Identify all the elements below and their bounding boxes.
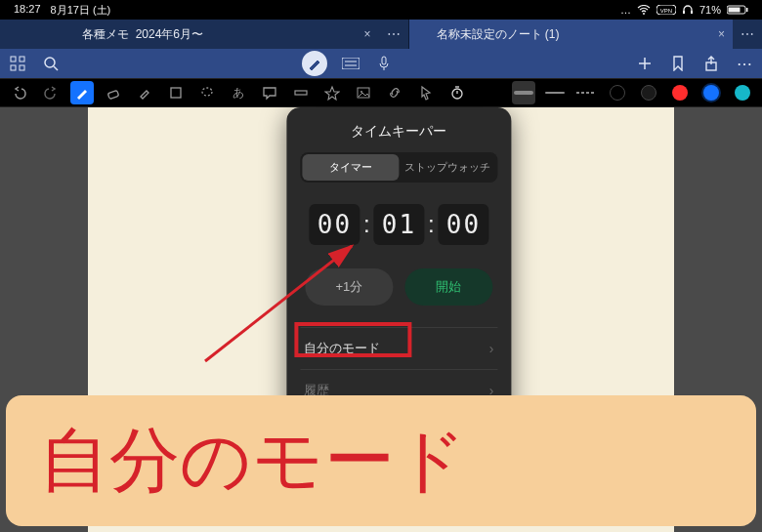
shape-tool-icon[interactable] xyxy=(164,81,188,104)
more-icon[interactable]: ⋯ xyxy=(735,54,754,73)
status-date: 8月17日 (土) xyxy=(51,3,111,18)
app-toolbar: ⋯ xyxy=(0,49,762,78)
highlighter-tool-icon[interactable] xyxy=(133,81,156,104)
svg-rect-4 xyxy=(691,11,693,14)
tab-title: 各種メモ 2024年6月〜 xyxy=(82,26,203,43)
battery-icon xyxy=(727,5,748,15)
start-button[interactable]: 開始 xyxy=(404,268,492,306)
svg-rect-6 xyxy=(729,8,741,13)
plus-one-minute-button[interactable]: +1分 xyxy=(305,268,393,306)
lasso-tool-icon[interactable] xyxy=(195,81,219,104)
time-minutes[interactable]: 01 xyxy=(374,204,424,245)
image-tool-icon[interactable] xyxy=(352,81,375,104)
svg-rect-9 xyxy=(20,57,24,61)
svg-rect-8 xyxy=(11,57,16,61)
svg-rect-25 xyxy=(295,91,307,95)
bookmark-icon[interactable] xyxy=(668,54,688,73)
timer-mode-segment: タイマー ストップウォッチ xyxy=(300,152,497,183)
pointer-tool-icon[interactable] xyxy=(414,81,438,104)
tab-overflow-left[interactable]: ⋯ xyxy=(379,20,408,49)
link-tool-icon[interactable] xyxy=(383,81,406,104)
time-hours[interactable]: 00 xyxy=(310,204,360,245)
battery-pct: 71% xyxy=(699,4,721,16)
timer-tool-icon[interactable] xyxy=(445,81,469,104)
svg-point-12 xyxy=(45,58,55,67)
wifi-icon xyxy=(637,5,651,15)
canvas-area: タイムキーパー タイマー ストップウォッチ 00 : 01 : 00 +1分 開… xyxy=(0,107,762,532)
stroke-thin[interactable] xyxy=(543,81,567,104)
svg-rect-7 xyxy=(746,8,748,12)
svg-rect-22 xyxy=(171,88,181,98)
tab-overflow-right[interactable]: ⋯ xyxy=(733,20,762,49)
svg-text:あ: あ xyxy=(233,86,244,100)
share-icon[interactable] xyxy=(701,54,721,73)
comment-tool-icon[interactable] xyxy=(258,81,281,104)
svg-rect-10 xyxy=(11,65,16,70)
grid-icon[interactable] xyxy=(8,54,27,73)
segment-timer[interactable]: タイマー xyxy=(302,154,399,181)
stroke-dashed[interactable] xyxy=(574,81,598,104)
svg-point-23 xyxy=(202,88,212,96)
pen-tool-icon[interactable] xyxy=(70,81,94,104)
svg-rect-21 xyxy=(107,90,118,99)
document-tab-right[interactable]: 名称未設定のノート (1) × xyxy=(409,20,734,49)
document-tab-left[interactable]: 各種メモ 2024年6月〜 × xyxy=(55,20,379,49)
chevron-right-icon: › xyxy=(489,341,494,356)
my-mode-label: 自分のモード xyxy=(304,340,380,357)
color-red[interactable] xyxy=(668,81,692,104)
my-mode-row[interactable]: 自分のモード › xyxy=(300,328,497,370)
close-icon[interactable]: × xyxy=(718,27,725,41)
eraser-tool-icon[interactable] xyxy=(102,81,125,104)
stroke-thick[interactable] xyxy=(512,81,535,104)
search-icon[interactable] xyxy=(41,54,61,73)
document-tabs: 各種メモ 2024年6月〜 × ⋯ 名称未設定のノート (1) × ⋯ xyxy=(0,20,762,49)
color-cyan[interactable] xyxy=(731,81,754,104)
undo-icon[interactable] xyxy=(8,81,31,104)
colon: : xyxy=(428,211,435,238)
colon: : xyxy=(363,211,370,238)
svg-text:VPN: VPN xyxy=(660,8,672,14)
status-time: 18:27 xyxy=(14,3,41,18)
vpn-icon: VPN xyxy=(656,5,676,15)
svg-rect-17 xyxy=(382,57,386,64)
color-blue[interactable] xyxy=(699,81,723,104)
favorites-tool-icon[interactable] xyxy=(320,81,344,104)
home-tab-button[interactable] xyxy=(0,20,55,49)
svg-point-0 xyxy=(643,13,645,15)
ruler-tool-icon[interactable] xyxy=(289,81,313,104)
drawing-toolbar: あ xyxy=(0,78,762,107)
ipad-status-bar: 18:27 8月17日 (土) … VPN 71% xyxy=(0,0,762,20)
add-icon[interactable] xyxy=(635,54,655,73)
color-black2[interactable] xyxy=(637,81,660,104)
time-display: 00 : 01 : 00 xyxy=(300,204,497,245)
headphones-icon xyxy=(682,5,694,15)
ellipsis-icon: … xyxy=(620,4,631,16)
svg-rect-14 xyxy=(342,58,360,69)
svg-line-13 xyxy=(54,66,58,70)
svg-rect-11 xyxy=(20,65,24,70)
color-black[interactable] xyxy=(606,81,629,104)
time-seconds[interactable]: 00 xyxy=(439,204,488,245)
keyboard-icon[interactable] xyxy=(341,54,360,73)
close-icon[interactable]: × xyxy=(363,27,370,41)
annotation-callout: 自分のモード xyxy=(6,395,756,526)
segment-stopwatch[interactable]: ストップウォッチ xyxy=(399,154,495,181)
timekeeper-popover: タイムキーパー タイマー ストップウォッチ 00 : 01 : 00 +1分 開… xyxy=(286,107,511,422)
tab-title: 名称未設定のノート (1) xyxy=(437,26,560,43)
svg-rect-3 xyxy=(683,11,685,14)
annotation-callout-text: 自分のモード xyxy=(39,414,467,508)
pen-mode-icon[interactable] xyxy=(302,51,327,76)
redo-icon[interactable] xyxy=(39,81,63,104)
popover-title: タイムキーパー xyxy=(300,123,497,141)
mic-icon[interactable] xyxy=(374,54,394,73)
text-tool-icon[interactable]: あ xyxy=(227,81,250,104)
